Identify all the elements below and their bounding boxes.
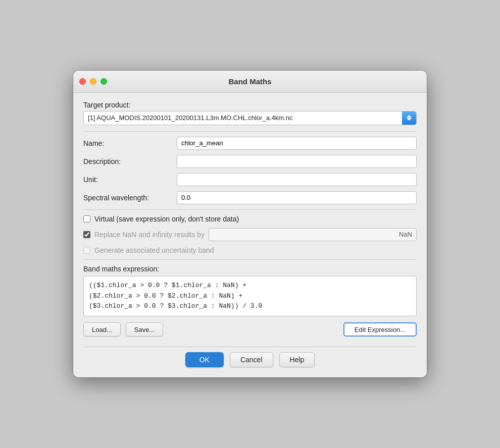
maximize-button[interactable] bbox=[101, 78, 107, 85]
target-product-value: [1] AQUA_MODIS.20200101_20200131.L3m.MO.… bbox=[84, 114, 402, 122]
dialog-action-buttons: OK Cancel Help bbox=[83, 352, 417, 367]
divider-3 bbox=[83, 259, 417, 260]
nan-replace-label: Replace NaN and infinity results by bbox=[94, 231, 205, 239]
nan-replace-checkbox[interactable] bbox=[83, 231, 90, 238]
load-button[interactable]: Load... bbox=[83, 322, 121, 337]
close-button[interactable] bbox=[79, 78, 86, 85]
nan-replace-row: Replace NaN and infinity results by bbox=[83, 228, 417, 241]
uncertainty-checkbox[interactable] bbox=[83, 247, 90, 254]
window-title: Band Maths bbox=[228, 77, 271, 86]
expression-section-label: Band maths expression: bbox=[83, 265, 417, 273]
traffic-lights bbox=[79, 78, 107, 85]
ok-button[interactable]: OK bbox=[185, 352, 224, 367]
titlebar: Band Maths bbox=[73, 71, 427, 93]
virtual-checkbox-row: Virtual (save expression only, don't sto… bbox=[83, 215, 417, 223]
nan-replace-input[interactable] bbox=[209, 228, 417, 241]
band-maths-dialog: Band Maths Target product: [1] AQUA_MODI… bbox=[73, 71, 427, 377]
target-product-section: Target product: [1] AQUA_MODIS.20200101_… bbox=[83, 101, 417, 125]
description-label: Description: bbox=[83, 157, 177, 165]
cancel-button[interactable]: Cancel bbox=[230, 352, 273, 367]
dropdown-arrow-icon bbox=[407, 115, 412, 121]
dialog-content: Target product: [1] AQUA_MODIS.20200101_… bbox=[73, 93, 427, 377]
expression-button-row: Load... Save... Edit Expression... bbox=[83, 322, 417, 337]
expression-box: (($1.chlor_a > 0.0 ? $1.chlor_a : NaN) +… bbox=[83, 276, 417, 316]
virtual-checkbox[interactable] bbox=[83, 215, 90, 222]
uncertainty-checkbox-row: Generate associated uncertainty band bbox=[83, 246, 417, 254]
name-input[interactable] bbox=[177, 137, 417, 150]
description-input[interactable] bbox=[177, 155, 417, 168]
uncertainty-checkbox-label: Generate associated uncertainty band bbox=[94, 246, 214, 254]
virtual-checkbox-label: Virtual (save expression only, don't sto… bbox=[94, 215, 239, 223]
edit-expression-button[interactable]: Edit Expression... bbox=[343, 322, 417, 337]
divider-4 bbox=[83, 347, 417, 347]
name-label: Name: bbox=[83, 139, 177, 147]
spectral-wavelength-label: Spectral wavelength: bbox=[83, 194, 177, 202]
target-product-label: Target product: bbox=[83, 101, 417, 109]
unit-row: Unit: bbox=[83, 173, 417, 186]
minimize-button[interactable] bbox=[90, 78, 96, 85]
expression-value: (($1.chlor_a > 0.0 ? $1.chlor_a : NaN) +… bbox=[89, 282, 262, 310]
divider-2 bbox=[83, 209, 417, 210]
spectral-wavelength-input[interactable] bbox=[177, 191, 417, 204]
divider-1 bbox=[83, 131, 417, 132]
description-row: Description: bbox=[83, 155, 417, 168]
name-row: Name: bbox=[83, 137, 417, 150]
target-product-dropdown-btn[interactable] bbox=[402, 111, 416, 125]
help-button[interactable]: Help bbox=[279, 352, 315, 367]
target-product-select[interactable]: [1] AQUA_MODIS.20200101_20200131.L3m.MO.… bbox=[83, 111, 417, 125]
unit-input[interactable] bbox=[177, 173, 417, 186]
spectral-wavelength-row: Spectral wavelength: bbox=[83, 191, 417, 204]
target-product-row: [1] AQUA_MODIS.20200101_20200131.L3m.MO.… bbox=[83, 111, 417, 125]
unit-label: Unit: bbox=[83, 176, 177, 184]
save-button[interactable]: Save... bbox=[126, 322, 163, 337]
